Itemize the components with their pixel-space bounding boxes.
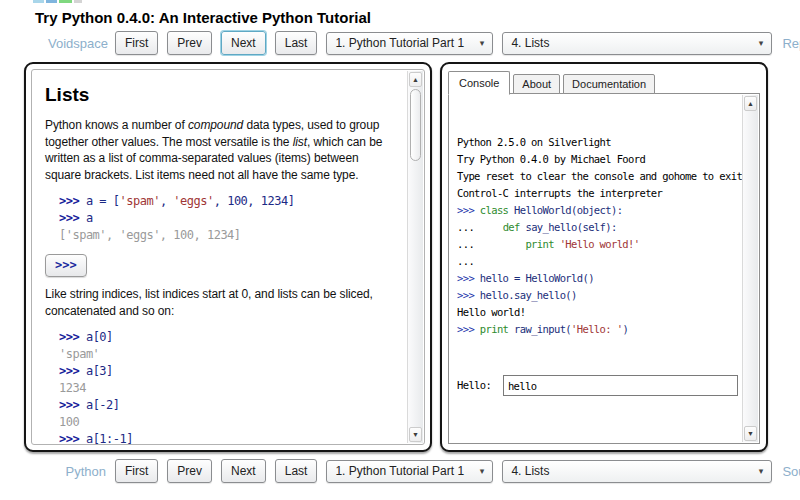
console-content: Python 2.5.0 on SilverlightTry Python 0.… [450,95,742,442]
chevron-down-icon: ▾ [759,38,764,48]
text-segment: 'Hello world!' [560,238,640,250]
tutorial-select[interactable]: 1. Python Tutorial Part 1 ▾ [326,460,493,483]
text-segment: class [480,204,514,216]
top-navigation: Voidspace First Prev Next Last 1. Python… [48,31,800,55]
tutorial-scroll-area: Lists Python knows a number of compound … [31,69,425,445]
code-line: >>> a [59,210,393,227]
tutorial-scrollbar[interactable]: ▲ ▼ [407,71,423,443]
tutorial-select-value: 1. Python Tutorial Part 1 [335,36,464,50]
text-segment: 'Hello: ' [571,323,622,335]
tutorial-code-block: >>> a = ['spam', 'eggs', 100, 1234]>>> a… [59,193,393,244]
console-line: ... [457,253,740,270]
text-segment: say_hello(self): [525,221,616,233]
code-line: >>> a[0] [59,329,393,346]
next-button[interactable]: Next [221,31,266,55]
text-segment: >>> [59,364,86,378]
console-line: Control-C interrupts the interpreter [457,185,740,202]
scroll-down-icon[interactable]: ▼ [409,427,422,442]
console-line: >>> hello = HelloWorld() [457,270,740,287]
console-line: Type reset to clear the console and goho… [457,168,740,185]
text-segment: a [86,211,93,225]
text-segment: HelloWorld(object): [514,204,622,216]
text-segment: ['spam', 'eggs', 100, 1234] [59,228,241,242]
prev-button[interactable]: Prev [167,459,212,483]
text-segment: , 100, 1234] [214,194,295,208]
report-bug-link[interactable]: Report a Bug [782,36,800,51]
chevron-down-icon: ▾ [480,38,485,48]
text-segment: a[0] [86,330,113,344]
scroll-up-icon[interactable]: ▲ [744,96,757,111]
voidspace-link[interactable]: Voidspace [48,36,106,51]
browser-artifact [74,0,82,3]
last-button[interactable]: Last [275,31,318,55]
tab-documentation[interactable]: Documentation [563,74,655,94]
source-code-link[interactable]: Source Code [782,464,800,479]
tutorial-panel: Lists Python knows a number of compound … [24,62,432,452]
text-segment: def [503,221,526,233]
console-line: Python 2.5.0 on Silverlight [457,134,740,151]
text-segment: >>> [59,211,86,225]
tutorial-paragraph: Python knows a number of compound data t… [45,117,393,183]
text-segment: Try Python 0.4.0 by Michael Foord [457,153,645,165]
code-line: >>> a = ['spam', 'eggs', 100, 1234] [59,193,393,210]
text-segment: Python knows a number of [45,118,188,132]
console-line: Hello world! [457,304,740,321]
scrollbar-thumb[interactable] [410,89,421,161]
text-segment: compound [188,118,243,132]
code-line: ['spam', 'eggs', 100, 1234] [59,227,393,244]
tab-about[interactable]: About [513,74,560,94]
console-line: Try Python 0.4.0 by Michael Foord [457,151,740,168]
tutorial-heading: Lists [45,84,393,106]
tab-console[interactable]: Console [448,71,510,95]
text-segment: 'spam' [59,347,99,361]
text-segment: a = [ [86,194,120,208]
page-select[interactable]: 4. Lists ▾ [502,32,772,55]
try-python-app: Try Python 0.4.0: An Interactive Python … [0,0,800,500]
text-segment: >>> [59,330,86,344]
text-segment: 1234 [59,381,86,395]
text-segment: list [293,135,307,149]
tutorial-code-block: >>> a[0]'spam'>>> a[3]1234>>> a[-2]100>>… [59,329,393,444]
code-line: >>> a[3] [59,363,393,380]
tutorial-paragraph: Like string indices, list indices start … [45,286,393,319]
chevron-down-icon: ▾ [480,466,485,476]
page-select[interactable]: 4. Lists ▾ [502,460,772,483]
tutorial-select-value: 1. Python Tutorial Part 1 [335,464,464,478]
scroll-up-icon[interactable]: ▲ [409,72,422,87]
text-segment: ... [457,221,503,233]
console-line: >>> hello.say_hello() [457,287,740,304]
text-segment: 100 [59,415,79,429]
console-line: ... print 'Hello world!' [457,236,740,253]
run-code-button[interactable]: >>> [45,254,87,277]
tutorial-select[interactable]: 1. Python Tutorial Part 1 ▾ [326,32,493,55]
console-input[interactable] [503,375,738,396]
text-segment: ) [622,323,628,335]
text-segment: Control-C interrupts the interpreter [457,187,662,199]
console-line: >>> class HelloWorld(object): [457,202,740,219]
bottom-nav-buttons: First Prev Next Last [115,459,317,483]
python-link[interactable]: Python [48,464,106,479]
text-segment: hello.say_hello() [480,289,577,301]
top-nav-buttons: First Prev Next Last [115,31,317,55]
code-line: 1234 [59,380,393,397]
text-segment: >>> [59,194,86,208]
console-line: >>> print raw_input('Hello: ') [457,321,740,338]
first-button[interactable]: First [115,31,158,55]
next-button[interactable]: Next [221,459,266,483]
console-scrollbar[interactable]: ▲ ▼ [742,95,758,442]
page-select-value: 4. Lists [511,36,549,50]
browser-artifact [46,0,57,3]
last-button[interactable]: Last [275,459,318,483]
text-segment: ... [457,255,474,267]
code-line: 'spam' [59,346,393,363]
console-tabs: Console About Documentation [448,68,658,94]
first-button[interactable]: First [115,459,158,483]
prev-button[interactable]: Prev [167,31,212,55]
bottom-navigation: Python First Prev Next Last 1. Python Tu… [48,459,800,483]
console-input-prompt: Hello: [457,377,497,394]
text-segment: Type reset to clear the console and goho… [457,170,742,182]
scroll-down-icon[interactable]: ▼ [744,426,757,441]
text-segment: a[1:-1] [86,432,133,444]
text-segment: Hello world! [457,306,525,318]
text-segment: Python 2.5.0 on Silverlight [457,136,611,148]
